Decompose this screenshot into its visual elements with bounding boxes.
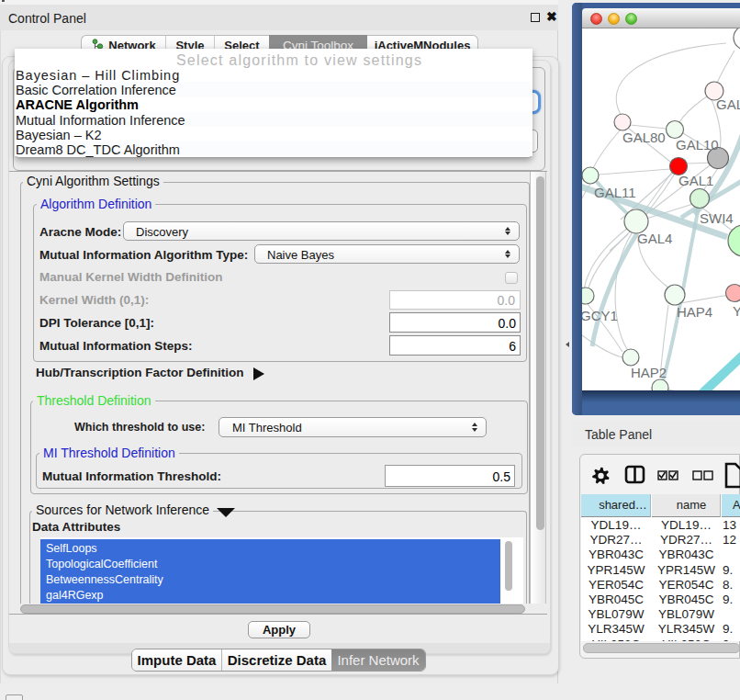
svg-text:HAP4: HAP4 (677, 304, 712, 320)
svg-text:GAL2: GAL2 (716, 96, 740, 112)
svg-text:GAL11: GAL11 (594, 185, 636, 200)
svg-text:GAL10: GAL10 (676, 137, 719, 152)
svg-text:GAL4: GAL4 (637, 231, 672, 246)
svg-text:SWI4: SWI4 (700, 210, 734, 226)
svg-text:HAP2: HAP2 (631, 365, 667, 380)
svg-text:YMR: YMR (733, 303, 740, 319)
svg-text:GCY1: GCY1 (582, 308, 618, 323)
svg-text:GAL80: GAL80 (622, 130, 666, 145)
svg-text:GAL1: GAL1 (678, 173, 713, 188)
